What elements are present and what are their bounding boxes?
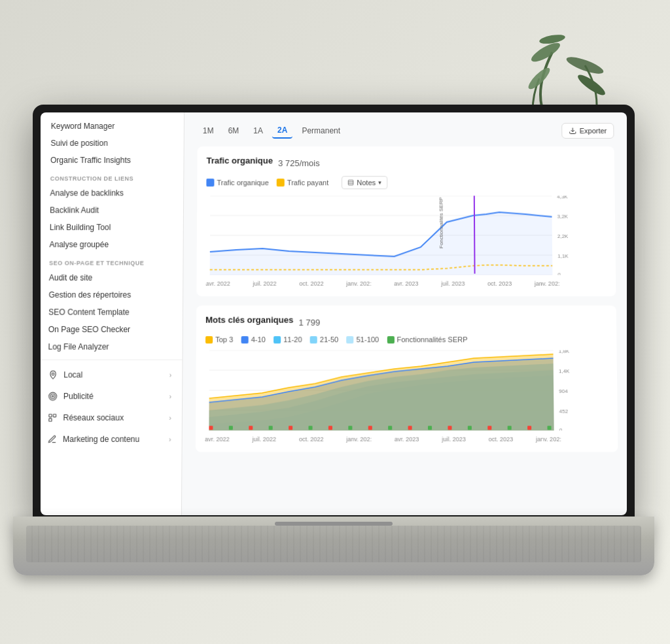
notes-button[interactable]: Notes ▾ — [342, 176, 387, 189]
legend-item-21-50: 21-50 — [310, 335, 339, 343]
section-label-onpage: SEO ON-PAGE ET TECHNIQUE — [41, 253, 183, 269]
legend-color-payant — [277, 178, 285, 186]
organic-traffic-chart: Trafic organique 3 725/mois Trafic organ… — [196, 146, 616, 296]
time-tabs-row: 1M 6M 1A 2A Permanent Exporter — [198, 123, 614, 139]
nav-item-marketing-contenu[interactable]: Marketing de contenu › — [41, 428, 182, 450]
svg-rect-42 — [209, 426, 213, 430]
svg-rect-51 — [388, 426, 392, 430]
organic-traffic-legend: Trafic organique Trafic payant — [206, 176, 605, 189]
organic-keywords-value: 1 799 — [298, 318, 320, 328]
svg-rect-47 — [308, 426, 312, 430]
svg-rect-59 — [547, 426, 551, 430]
notes-label: Notes — [357, 178, 376, 186]
export-icon — [569, 127, 577, 135]
nav-item-reseaux-sociaux[interactable]: Réseaux sociaux › — [41, 407, 182, 429]
sidebar-item-analyse-backlinks[interactable]: Analyse de backlinks — [41, 184, 183, 201]
sidebar-item-backlink-audit[interactable]: Backlink Audit — [41, 201, 183, 218]
main-content: 1M 6M 1A 2A Permanent Exporter — [182, 112, 627, 515]
legend-item-fonctionnalites-serp: Fonctionnalités SERP — [387, 335, 467, 343]
svg-point-7 — [50, 394, 55, 399]
target-icon — [47, 391, 58, 401]
tab-1a[interactable]: 1A — [248, 124, 268, 138]
legend-item-51-100: 51-100 — [346, 335, 379, 343]
svg-rect-55 — [468, 426, 472, 430]
export-button[interactable]: Exporter — [562, 123, 614, 139]
nav-item-local[interactable]: Local › — [41, 364, 182, 386]
svg-point-1 — [565, 54, 605, 77]
svg-rect-43 — [229, 426, 233, 430]
legend-label-11-20: 11-20 — [283, 335, 302, 343]
organic-keywords-svg: 1,8K 1,4K 904 452 0 — [205, 350, 584, 431]
svg-rect-9 — [49, 415, 52, 417]
laptop-screen-body: Keyword Manager Suivi de position Organi… — [33, 105, 635, 523]
tab-2a[interactable]: 2A — [272, 123, 292, 139]
svg-rect-46 — [289, 426, 292, 430]
share-icon — [47, 413, 58, 423]
screen-content: Keyword Manager Suivi de position Organi… — [41, 112, 627, 515]
organic-traffic-x-labels: avr. 2022 juil. 2022 oct. 2022 janv. 202… — [205, 280, 582, 287]
svg-rect-18 — [349, 180, 354, 185]
sidebar-item-audit-site[interactable]: Audit de site — [41, 269, 183, 286]
tab-6m[interactable]: 6M — [222, 124, 244, 138]
keywords-legend: Top 3 4-10 11-20 — [205, 335, 607, 343]
legend-item-top3: Top 3 — [205, 335, 233, 343]
notes-icon — [347, 179, 354, 186]
chevron-right-icon4: › — [169, 435, 171, 443]
legend-color-organique — [206, 178, 214, 186]
screen-bezel: Keyword Manager Suivi de position Organi… — [41, 112, 627, 515]
legend-label-51-100: 51-100 — [357, 335, 379, 343]
chevron-right-icon3: › — [169, 414, 171, 421]
organic-traffic-value: 3 725/mois — [278, 158, 320, 168]
sidebar-item-suivi-position[interactable]: Suivi de position — [41, 135, 184, 152]
sidebar-item-seo-content-template[interactable]: SEO Content Template — [41, 303, 183, 320]
legend-color-top3 — [205, 336, 213, 343]
svg-text:4,3K: 4,3K — [557, 195, 568, 199]
keywords-chart-header: Mots clés organiques 1 799 — [205, 315, 607, 330]
legend-item-11-20: 11-20 — [273, 335, 302, 343]
legend-color-fonctionnalites — [387, 336, 394, 343]
legend-item-trafic-organique: Trafic organique — [206, 178, 268, 186]
keywords-x-labels: avr. 2022 juil. 2022 oct. 2022 janv. 202… — [205, 436, 584, 443]
sidebar: Keyword Manager Suivi de position Organi… — [41, 112, 185, 515]
svg-text:0: 0 — [557, 272, 561, 275]
sidebar-item-keyword-manager[interactable]: Keyword Manager — [41, 118, 184, 135]
time-tabs: 1M 6M 1A 2A Permanent — [198, 123, 562, 139]
nav-label-reseaux-sociaux: Réseaux sociaux — [63, 413, 124, 422]
svg-point-8 — [52, 396, 53, 397]
notes-chevron: ▾ — [378, 179, 381, 186]
legend-color-11-20 — [273, 336, 281, 343]
svg-point-3 — [538, 33, 565, 46]
pin-icon — [48, 369, 58, 380]
legend-item-trafic-payant: Trafic payant — [277, 178, 328, 186]
nav-item-publicite[interactable]: Publicité › — [41, 386, 182, 407]
svg-point-4 — [576, 72, 608, 98]
svg-point-5 — [52, 373, 54, 375]
svg-text:0: 0 — [559, 427, 563, 430]
legend-label-fonctionnalites: Fonctionnalités SERP — [397, 335, 467, 343]
sidebar-item-gestion-repertoires[interactable]: Gestion des répertoires — [41, 286, 183, 303]
svg-point-2 — [525, 65, 552, 92]
legend-item-4-10: 4-10 — [241, 335, 265, 343]
svg-rect-49 — [348, 426, 352, 430]
tab-1m[interactable]: 1M — [198, 124, 219, 138]
legend-label-payant: Trafic payant — [287, 178, 328, 186]
svg-rect-44 — [249, 426, 253, 430]
chart-area-container: Fonctionnalités SERP — [205, 195, 607, 287]
svg-text:1,1K: 1,1K — [557, 253, 569, 259]
chevron-right-icon: › — [169, 371, 171, 379]
sidebar-item-link-building[interactable]: Link Building Tool — [41, 219, 183, 236]
sidebar-item-log-file[interactable]: Log File Analyzer — [41, 338, 183, 356]
sidebar-item-on-page-checker[interactable]: On Page SEO Checker — [41, 321, 183, 338]
svg-rect-50 — [368, 426, 372, 430]
svg-text:1,8K: 1,8K — [559, 350, 570, 354]
legend-label-4-10: 4-10 — [251, 335, 266, 343]
tab-permanent[interactable]: Permanent — [296, 124, 345, 138]
sidebar-item-analyse-groupee[interactable]: Analyse groupée — [41, 236, 183, 253]
keywords-chart-area: 1,8K 1,4K 904 452 0 avr. 2022 juil. 2022 — [205, 350, 608, 443]
legend-label-21-50: 21-50 — [320, 335, 338, 343]
keyboard — [26, 526, 641, 562]
legend-label-top3: Top 3 — [215, 335, 233, 343]
sidebar-item-organic-traffic[interactable]: Organic Traffic Insights — [41, 152, 184, 169]
legend-color-21-50 — [310, 336, 317, 343]
svg-marker-41 — [209, 354, 554, 431]
